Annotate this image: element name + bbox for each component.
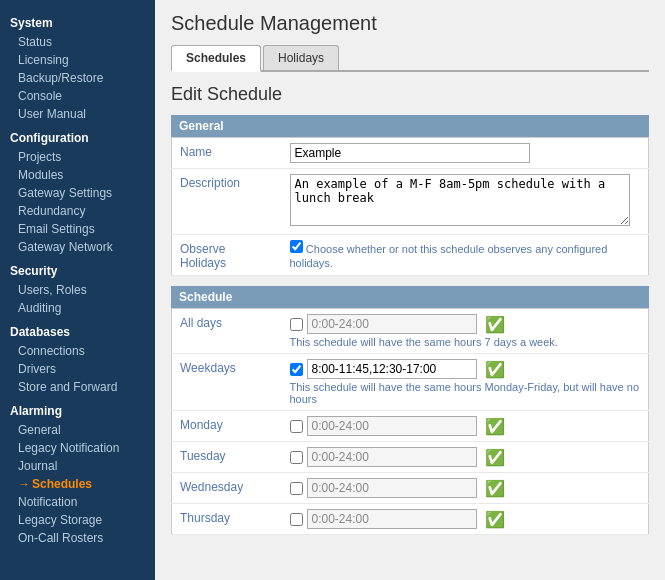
sidebar-section-databases: Databases [0, 317, 155, 342]
thursday-input[interactable] [307, 509, 477, 529]
arrow-icon: → [18, 477, 30, 491]
thursday-cell: ✅ [282, 504, 649, 535]
observe-hint: Choose whether or not this schedule obse… [290, 243, 608, 269]
wednesday-cell: ✅ [282, 473, 649, 504]
monday-check-icon: ✅ [485, 417, 505, 436]
monday-cell: ✅ [282, 411, 649, 442]
wednesday-input-row: ✅ [290, 478, 641, 498]
sidebar-section-security: Security [0, 256, 155, 281]
schedule-form: All days ✅ This schedule will have the s… [171, 308, 649, 535]
wednesday-check-icon: ✅ [485, 479, 505, 498]
monday-checkbox[interactable] [290, 420, 303, 433]
observe-row: ObserveHolidays Choose whether or not th… [172, 235, 649, 276]
thursday-row: Thursday ✅ [172, 504, 649, 535]
description-label: Description [172, 169, 282, 235]
wednesday-input[interactable] [307, 478, 477, 498]
all-days-check-icon: ✅ [485, 315, 505, 334]
all-days-cell: ✅ This schedule will have the same hours… [282, 309, 649, 354]
name-label: Name [172, 138, 282, 169]
monday-input[interactable] [307, 416, 477, 436]
sidebar-item-drivers[interactable]: Drivers [0, 360, 155, 378]
weekdays-input[interactable] [307, 359, 477, 379]
tuesday-row: Tuesday ✅ [172, 442, 649, 473]
page-title: Schedule Management [171, 12, 649, 35]
thursday-check-icon: ✅ [485, 510, 505, 529]
wednesday-row: Wednesday ✅ [172, 473, 649, 504]
sidebar-item-auditing[interactable]: Auditing [0, 299, 155, 317]
weekdays-label: Weekdays [172, 354, 282, 411]
schedule-section-header: Schedule [171, 286, 649, 308]
general-form: Name Description An example of a M-F 8am… [171, 137, 649, 276]
sidebar-item-schedules[interactable]: → Schedules [0, 475, 155, 493]
tuesday-check-icon: ✅ [485, 448, 505, 467]
sidebar-item-general[interactable]: General [0, 421, 155, 439]
sidebar-section-configuration: Configuration [0, 123, 155, 148]
sidebar-item-modules[interactable]: Modules [0, 166, 155, 184]
tab-holidays[interactable]: Holidays [263, 45, 339, 70]
weekdays-check-icon: ✅ [485, 360, 505, 379]
sidebar-item-legacy-storage[interactable]: Legacy Storage [0, 511, 155, 529]
tuesday-cell: ✅ [282, 442, 649, 473]
name-input[interactable] [290, 143, 530, 163]
name-cell [282, 138, 649, 169]
sidebar: SystemStatusLicensingBackup/RestoreConso… [0, 0, 155, 580]
weekdays-input-row: ✅ [290, 359, 641, 379]
thursday-label: Thursday [172, 504, 282, 535]
monday-label: Monday [172, 411, 282, 442]
observe-label: ObserveHolidays [172, 235, 282, 276]
sidebar-item-backup-restore[interactable]: Backup/Restore [0, 69, 155, 87]
main-content: Schedule Management Schedules Holidays E… [155, 0, 665, 580]
tab-schedules[interactable]: Schedules [171, 45, 261, 72]
all-days-input-row: ✅ [290, 314, 641, 334]
all-days-checkbox[interactable] [290, 318, 303, 331]
observe-cell: Choose whether or not this schedule obse… [282, 235, 649, 276]
edit-schedule-title: Edit Schedule [171, 84, 649, 105]
tuesday-input-row: ✅ [290, 447, 641, 467]
sidebar-item-gateway-settings[interactable]: Gateway Settings [0, 184, 155, 202]
thursday-input-row: ✅ [290, 509, 641, 529]
sidebar-section-system: System [0, 8, 155, 33]
weekdays-row: Weekdays ✅ This schedule will have the s… [172, 354, 649, 411]
sidebar-item-user-manual[interactable]: User Manual [0, 105, 155, 123]
tuesday-input[interactable] [307, 447, 477, 467]
description-row: Description An example of a M-F 8am-5pm … [172, 169, 649, 235]
weekdays-hint: This schedule will have the same hours M… [290, 381, 641, 405]
sidebar-item-journal[interactable]: Journal [0, 457, 155, 475]
sidebar-item-licensing[interactable]: Licensing [0, 51, 155, 69]
name-row: Name [172, 138, 649, 169]
sidebar-item-connections[interactable]: Connections [0, 342, 155, 360]
monday-input-row: ✅ [290, 416, 641, 436]
all-days-hint: This schedule will have the same hours 7… [290, 336, 641, 348]
tuesday-label: Tuesday [172, 442, 282, 473]
description-input[interactable]: An example of a M-F 8am-5pm schedule wit… [290, 174, 630, 226]
sidebar-item-gateway-network[interactable]: Gateway Network [0, 238, 155, 256]
wednesday-label: Wednesday [172, 473, 282, 504]
sidebar-item-email-settings[interactable]: Email Settings [0, 220, 155, 238]
sidebar-item-store-and-forward[interactable]: Store and Forward [0, 378, 155, 396]
sidebar-item-on-call-rosters[interactable]: On-Call Rosters [0, 529, 155, 547]
sidebar-item-users-roles[interactable]: Users, Roles [0, 281, 155, 299]
all-days-row: All days ✅ This schedule will have the s… [172, 309, 649, 354]
sidebar-item-status[interactable]: Status [0, 33, 155, 51]
weekdays-checkbox[interactable] [290, 363, 303, 376]
sidebar-item-redundancy[interactable]: Redundancy [0, 202, 155, 220]
sidebar-section-alarming: Alarming [0, 396, 155, 421]
monday-row: Monday ✅ [172, 411, 649, 442]
wednesday-checkbox[interactable] [290, 482, 303, 495]
tuesday-checkbox[interactable] [290, 451, 303, 464]
observe-checkbox[interactable] [290, 240, 303, 253]
tab-bar: Schedules Holidays [171, 45, 649, 72]
thursday-checkbox[interactable] [290, 513, 303, 526]
sidebar-item-console[interactable]: Console [0, 87, 155, 105]
general-section-header: General [171, 115, 649, 137]
all-days-label: All days [172, 309, 282, 354]
weekdays-cell: ✅ This schedule will have the same hours… [282, 354, 649, 411]
sidebar-item-notification[interactable]: Notification [0, 493, 155, 511]
sidebar-item-projects[interactable]: Projects [0, 148, 155, 166]
sidebar-item-legacy-notification[interactable]: Legacy Notification [0, 439, 155, 457]
all-days-input[interactable] [307, 314, 477, 334]
description-cell: An example of a M-F 8am-5pm schedule wit… [282, 169, 649, 235]
